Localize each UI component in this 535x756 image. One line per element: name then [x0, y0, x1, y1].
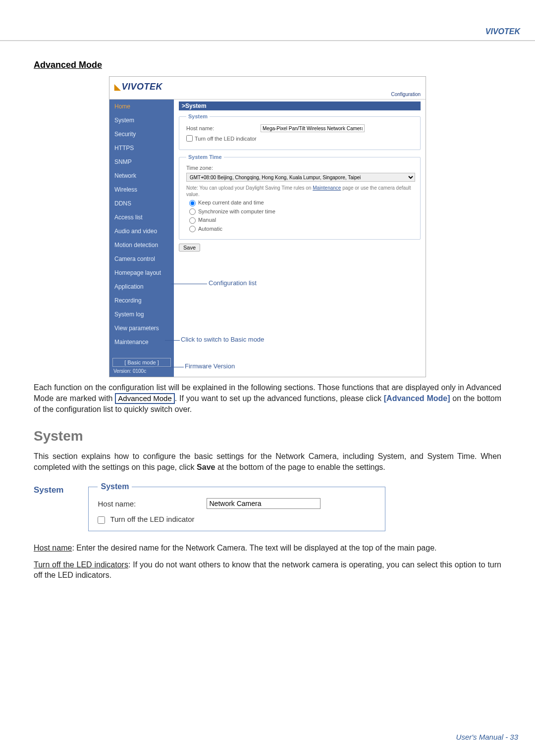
radio-auto-label: Automatic [198, 226, 222, 232]
system-time-fieldset: System Time Time zone: GMT+08:00 Beijing… [179, 154, 421, 240]
led2-checkbox[interactable] [98, 516, 105, 524]
heading-system: System [34, 428, 501, 444]
sidebar-item-snmp[interactable]: SNMP [109, 155, 174, 169]
sidebar-nav: Home System Security HTTPS SNMP Network … [109, 100, 174, 377]
radio-manual-label: Manual [198, 217, 216, 223]
save-button[interactable]: Save [179, 244, 200, 252]
brand-header: VIVOTEK [485, 27, 520, 36]
sidebar-item-viewparams[interactable]: View parameters [109, 321, 174, 335]
hostname-description: Host name: Enter the desired name for th… [34, 543, 501, 553]
paragraph-system-intro: This section explains how to configure t… [34, 451, 501, 472]
hostname2-label: Host name: [98, 500, 207, 508]
sidebar-item-maintenance[interactable]: Maintenance [109, 335, 174, 349]
sidebar-item-cameracontrol[interactable]: Camera control [109, 252, 174, 266]
system-form-fieldset: System Host name: Turn off the LED indic… [88, 482, 385, 531]
advanced-mode-link-text: [Advanced Mode] [384, 394, 450, 403]
sidebar-item-motion[interactable]: Motion detection [109, 238, 174, 252]
timezone-label: Time zone: [186, 165, 415, 171]
basic-mode-button[interactable]: [ Basic mode ] [112, 358, 171, 367]
system-legend: System [186, 113, 210, 119]
sidebar-item-recording[interactable]: Recording [109, 294, 174, 307]
screenshot-logo: VIVOTEK [114, 82, 162, 92]
breadcrumb: >System [179, 101, 421, 110]
system-form-legend: System [98, 482, 132, 491]
sidebar-item-wireless[interactable]: Wireless [109, 183, 174, 197]
callout-config-list: Configuration list [209, 279, 257, 287]
sidebar-item-https[interactable]: HTTPS [109, 141, 174, 155]
led-description: Turn off the LED indicators: If you do n… [34, 560, 501, 580]
radio-sync[interactable] [189, 208, 196, 215]
radio-keep-label: Keep current date and time [198, 200, 264, 205]
sidebar-item-accesslist[interactable]: Access list [109, 210, 174, 224]
advanced-mode-badge: Advanced Mode [115, 393, 174, 404]
sidebar-item-systemlog[interactable]: System log [109, 307, 174, 321]
paragraph-intro: Each function on the configuration list … [34, 382, 501, 414]
radio-sync-label: Synchronize with computer time [198, 208, 275, 214]
led2-label: Turn off the LED indicator [110, 515, 194, 523]
radio-manual[interactable] [189, 217, 196, 224]
sidebar-item-application[interactable]: Application [109, 280, 174, 294]
callout-firmware: Firmware Version [185, 362, 235, 370]
system-time-legend: System Time [186, 154, 224, 160]
sidebar-item-ddns[interactable]: DDNS [109, 197, 174, 210]
sidebar-item-security[interactable]: Security [109, 127, 174, 141]
maintenance-link[interactable]: Maintenance [313, 185, 341, 191]
led-label: Turn off the LED indicator [195, 136, 257, 142]
hostname2-input[interactable] [207, 498, 321, 509]
sidebar-item-audiovideo[interactable]: Audio and video [109, 224, 174, 238]
sidebar-item-network[interactable]: Network [109, 169, 174, 183]
radio-keep[interactable] [189, 200, 196, 206]
hostname-label: Host name: [186, 125, 261, 131]
system-fieldset: System Host name: Turn off the LED indic… [179, 113, 421, 150]
subheading-system: System [34, 485, 63, 531]
led-checkbox[interactable] [186, 135, 193, 142]
sidebar-item-home[interactable]: Home [109, 100, 174, 113]
timezone-select[interactable]: GMT+08:00 Beijing, Chongqing, Hong Kong,… [186, 173, 415, 182]
page-footer: User's Manual - 33 [456, 733, 518, 741]
heading-advanced-mode: Advanced Mode [34, 60, 501, 70]
hostname-input[interactable] [261, 124, 365, 132]
sidebar-item-system[interactable]: System [109, 113, 174, 127]
screenshot-config-page: VIVOTEK Configuration Home System Securi… [109, 76, 426, 377]
dst-note: Note: You can upload your Daylight Savin… [186, 185, 415, 198]
firmware-version-text: Version: 0100c [113, 368, 146, 374]
callout-basic-mode: Click to switch to Basic mode [181, 336, 264, 343]
sidebar-item-homepagelayout[interactable]: Homepage layout [109, 266, 174, 280]
radio-auto[interactable] [189, 226, 196, 232]
link-configuration[interactable]: Configuration [391, 92, 421, 97]
